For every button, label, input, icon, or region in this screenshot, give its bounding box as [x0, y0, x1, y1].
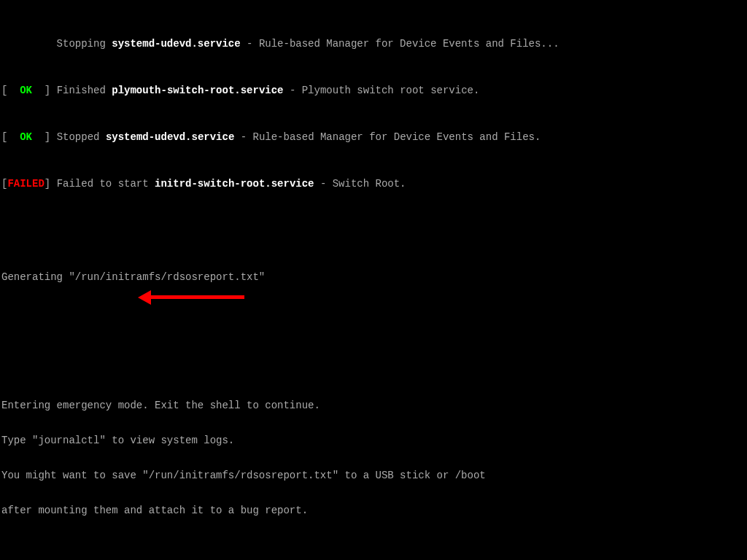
- blank-line: [1, 353, 746, 365]
- blank-line: [1, 551, 746, 560]
- emergency-mode-line: You might want to save "/run/initramfs/r…: [1, 470, 746, 481]
- boot-line-finished: [ OK ] Finished plymouth-switch-root.ser…: [1, 85, 746, 96]
- generating-report-line: Generating "/run/initramfs/rdsosreport.t…: [1, 271, 746, 283]
- blank-line: [1, 225, 746, 236]
- boot-line-stopping: Stopping systemd-udevd.service - Rule-ba…: [1, 38, 746, 50]
- emergency-mode-line: Entering emergency mode. Exit the shell …: [1, 400, 746, 411]
- boot-line-failed: [FAILED] Failed to start initrd-switch-r…: [1, 178, 746, 190]
- boot-line-stopped: [ OK ] Stopped systemd-udevd.service - R…: [1, 131, 746, 143]
- blank-line: [1, 318, 746, 330]
- emergency-mode-line: after mounting them and attach it to a b…: [1, 505, 746, 516]
- emergency-mode-line: Type "journalctl" to view system logs.: [1, 435, 746, 446]
- linux-console[interactable]: Stopping systemd-udevd.service - Rule-ba…: [0, 0, 747, 560]
